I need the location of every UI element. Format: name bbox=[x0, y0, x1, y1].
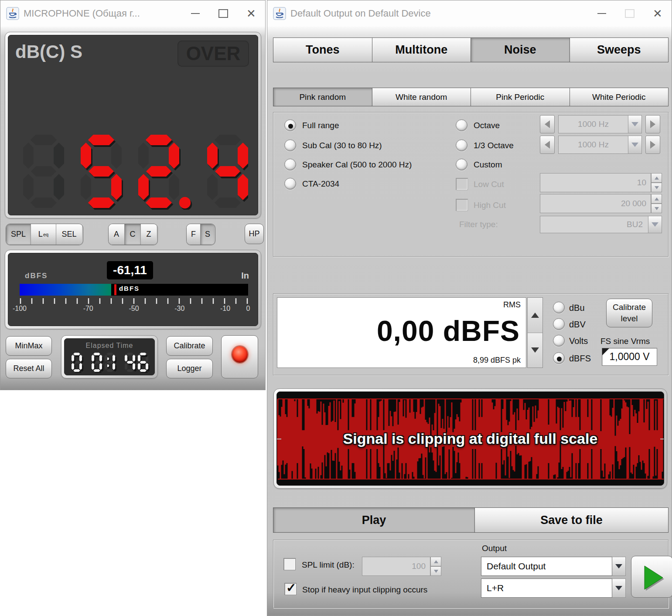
z-weighting-button[interactable]: Z bbox=[141, 224, 157, 245]
fast-button[interactable]: F bbox=[187, 224, 201, 245]
minmax-button[interactable]: MinMax bbox=[6, 336, 52, 356]
spl-limit-checkbox[interactable] bbox=[283, 558, 296, 570]
octave-freq-next-button[interactable] bbox=[645, 115, 660, 133]
low-cut-value[interactable]: 10 bbox=[540, 173, 651, 192]
output-channels-combo[interactable]: L+R bbox=[481, 579, 626, 598]
tab-noise[interactable]: Noise bbox=[471, 37, 570, 62]
third-octave-freq-dropdown-button[interactable] bbox=[628, 136, 642, 154]
output-device-dropdown-button[interactable] bbox=[612, 557, 626, 576]
tab-multitone[interactable]: Multitone bbox=[372, 37, 471, 62]
meter-tick-label: -30 bbox=[174, 305, 184, 313]
level-meter-tag: dBFS bbox=[119, 285, 140, 292]
tab-white-periodic[interactable]: White Periodic bbox=[570, 88, 669, 106]
filter-type-combo[interactable]: BU2 bbox=[540, 216, 662, 233]
radio-third-octave[interactable] bbox=[456, 140, 467, 151]
high-cut-decrement-button[interactable] bbox=[651, 204, 662, 213]
level-up-button[interactable] bbox=[528, 298, 542, 333]
mic-titlebar: MICROPHONE (Общая г... ✕ bbox=[0, 0, 265, 27]
spl-limit-increment-button[interactable] bbox=[430, 557, 441, 566]
calibrate-button[interactable]: Calibrate bbox=[166, 336, 213, 356]
high-cut-value[interactable]: 20 000 bbox=[540, 194, 651, 213]
spl-sevenseg-display bbox=[20, 135, 248, 210]
gen-minimize-button[interactable] bbox=[588, 0, 616, 27]
radio-custom[interactable] bbox=[456, 159, 467, 170]
low-cut-decrement-button[interactable] bbox=[651, 183, 662, 192]
chevron-down-icon bbox=[615, 564, 622, 568]
mic-window-title: MICROPHONE (Общая г... bbox=[24, 8, 140, 19]
chevron-down-icon bbox=[631, 143, 638, 147]
spl-limit-label: SPL limit (dB): bbox=[302, 560, 355, 570]
output-channels-dropdown-button[interactable] bbox=[612, 579, 626, 598]
tab-pink-random[interactable]: Pink random bbox=[273, 88, 372, 106]
radio-volts[interactable] bbox=[553, 335, 565, 347]
radio-dbfs[interactable] bbox=[553, 352, 565, 364]
radio-dbu[interactable] bbox=[553, 302, 565, 313]
spinner-down-icon bbox=[434, 570, 438, 573]
mic-close-button[interactable]: ✕ bbox=[237, 0, 265, 27]
radio-cta-2034[interactable] bbox=[284, 178, 296, 190]
level-meter-peak-marker bbox=[114, 284, 116, 295]
fs-sine-vrms-field[interactable]: 1,0000 V bbox=[602, 348, 657, 366]
tab-pink-periodic[interactable]: Pink Periodic bbox=[471, 88, 570, 106]
start-playback-button[interactable] bbox=[631, 556, 672, 598]
highpass-button[interactable]: HP bbox=[245, 224, 264, 244]
radio-octave[interactable] bbox=[456, 119, 467, 131]
low-cut-checkbox[interactable] bbox=[456, 178, 468, 190]
spl-mode-button[interactable]: SPL bbox=[6, 224, 31, 245]
level-meter-bar: dBFS bbox=[20, 284, 248, 296]
gen-close-button[interactable]: ✕ bbox=[644, 0, 672, 27]
high-cut-label: High Cut bbox=[474, 201, 506, 210]
radio-sub-cal[interactable] bbox=[284, 140, 296, 151]
elapsed-time-panel: Elapsed Time bbox=[61, 335, 158, 378]
radio-full-range[interactable] bbox=[284, 119, 296, 131]
calibrate-level-button[interactable]: Calibrate level bbox=[606, 299, 652, 327]
stop-clipping-checkbox[interactable] bbox=[284, 583, 297, 595]
third-octave-freq-prev-button[interactable] bbox=[540, 136, 555, 154]
level-panel: RMS 0,00 dBFS 8,99 dBFS pk dBu dBV Volts… bbox=[273, 293, 669, 375]
high-cut-checkbox[interactable] bbox=[456, 199, 468, 211]
high-cut-increment-button[interactable] bbox=[651, 194, 662, 204]
gen-maximize-button[interactable] bbox=[616, 0, 644, 27]
leq-mode-button[interactable]: Leq bbox=[31, 224, 56, 245]
radio-octave-label: Octave bbox=[474, 121, 500, 130]
logger-button[interactable]: Logger bbox=[166, 359, 213, 378]
spl-limit-decrement-button[interactable] bbox=[430, 566, 441, 576]
mic-maximize-button[interactable] bbox=[209, 0, 237, 27]
output-device-combo[interactable]: Default Output bbox=[481, 557, 626, 576]
tab-sweeps[interactable]: Sweeps bbox=[570, 37, 669, 62]
c-weighting-button[interactable]: C bbox=[125, 224, 141, 245]
mic-minimize-button[interactable] bbox=[181, 0, 209, 27]
input-meter-panel: dBFS -61,11 In dBFS -100-70-50-30-100 bbox=[5, 250, 261, 329]
third-octave-freq-next-button[interactable] bbox=[645, 136, 660, 154]
leq-label: L bbox=[38, 230, 43, 239]
spl-limit-value[interactable]: 100 bbox=[362, 557, 430, 576]
tab-white-random[interactable]: White random bbox=[372, 88, 471, 106]
play-icon bbox=[638, 562, 666, 591]
low-cut-spinner: 10 bbox=[540, 173, 662, 192]
scroll-down-icon bbox=[531, 347, 539, 353]
low-cut-increment-button[interactable] bbox=[651, 173, 662, 183]
slow-button[interactable]: S bbox=[201, 224, 215, 245]
fs-sine-vrms-label: FS sine Vrms bbox=[600, 337, 650, 346]
tab-tones[interactable]: Tones bbox=[273, 37, 372, 62]
calibrate-level-line2: level bbox=[621, 313, 638, 324]
save-to-file-button[interactable]: Save to file bbox=[474, 507, 669, 533]
low-cut-label: Low Cut bbox=[474, 180, 504, 189]
record-led-icon bbox=[232, 346, 248, 363]
play-button[interactable]: Play bbox=[273, 507, 475, 533]
elapsed-time-label: Elapsed Time bbox=[65, 342, 154, 350]
octave-freq-combo[interactable]: 1000 Hz bbox=[558, 115, 642, 133]
sel-mode-button[interactable]: SEL bbox=[56, 224, 82, 245]
octave-freq-dropdown-button[interactable] bbox=[628, 115, 642, 133]
a-weighting-button[interactable]: A bbox=[109, 224, 125, 245]
spinner-up-icon bbox=[434, 560, 438, 563]
maximize-icon bbox=[218, 9, 228, 18]
octave-freq-prev-button[interactable] bbox=[540, 115, 555, 133]
radio-speaker-cal[interactable] bbox=[284, 159, 296, 170]
record-indicator-button[interactable] bbox=[221, 335, 258, 378]
level-down-button[interactable] bbox=[528, 333, 542, 368]
filter-type-dropdown-button[interactable] bbox=[648, 216, 662, 233]
third-octave-freq-combo[interactable]: 1000 Hz bbox=[558, 136, 642, 154]
reset-all-button[interactable]: Reset All bbox=[6, 359, 52, 378]
radio-dbv[interactable] bbox=[553, 318, 565, 330]
